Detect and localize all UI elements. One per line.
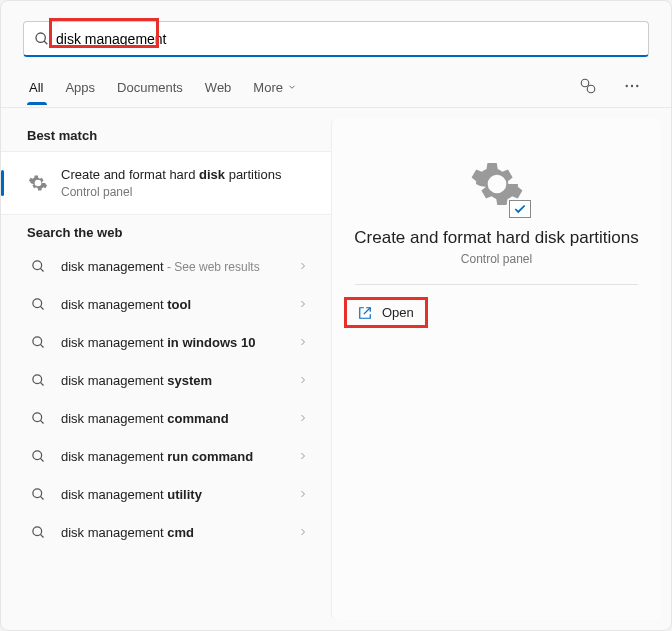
- search-across-icon[interactable]: [575, 69, 601, 107]
- svg-line-22: [40, 535, 43, 538]
- preview-title: Create and format hard disk partitions: [340, 228, 652, 248]
- web-result-text: disk management command: [61, 410, 297, 428]
- tab-web[interactable]: Web: [203, 72, 234, 105]
- chevron-right-icon: [297, 486, 309, 504]
- web-result-text: disk management utility: [61, 486, 297, 504]
- tab-more-label: More: [253, 80, 283, 95]
- web-result-text: disk management tool: [61, 296, 297, 314]
- svg-point-3: [587, 85, 595, 93]
- web-result-text: disk management run command: [61, 448, 297, 466]
- svg-line-10: [40, 307, 43, 310]
- search-icon: [27, 335, 49, 350]
- svg-point-5: [631, 85, 633, 87]
- svg-point-17: [32, 451, 41, 460]
- web-result[interactable]: disk management cmd: [1, 514, 331, 552]
- svg-line-18: [40, 459, 43, 462]
- svg-point-7: [32, 261, 41, 270]
- preview-pane: Create and format hard disk partitions C…: [331, 118, 661, 620]
- chevron-right-icon: [297, 258, 309, 276]
- svg-point-19: [32, 489, 41, 498]
- web-result[interactable]: disk management system: [1, 362, 331, 400]
- chevron-down-icon: [287, 82, 297, 92]
- svg-line-16: [40, 421, 43, 424]
- svg-point-21: [32, 527, 41, 536]
- search-icon: [27, 259, 49, 274]
- search-icon: [27, 487, 49, 502]
- web-result[interactable]: disk management tool: [1, 286, 331, 324]
- svg-point-9: [32, 299, 41, 308]
- svg-point-11: [32, 337, 41, 346]
- tab-documents[interactable]: Documents: [115, 72, 185, 105]
- web-result[interactable]: disk management in windows 10: [1, 324, 331, 362]
- chevron-right-icon: [297, 524, 309, 542]
- svg-line-8: [40, 269, 43, 272]
- search-icon: [27, 411, 49, 426]
- chevron-right-icon: [297, 296, 309, 314]
- best-match-result[interactable]: Create and format hard disk partitions C…: [1, 151, 331, 215]
- chevron-right-icon: [297, 410, 309, 428]
- chevron-right-icon: [297, 448, 309, 466]
- svg-line-14: [40, 383, 43, 386]
- search-icon: [27, 449, 49, 464]
- chevron-right-icon: [297, 372, 309, 390]
- web-result-text: disk management in windows 10: [61, 334, 297, 352]
- best-match-header: Best match: [1, 118, 331, 151]
- web-result-text: disk management system: [61, 372, 297, 390]
- preview-subtitle: Control panel: [461, 252, 532, 266]
- open-external-icon: [358, 306, 372, 320]
- web-result[interactable]: disk management - See web results: [1, 248, 331, 286]
- tab-more[interactable]: More: [251, 72, 299, 105]
- more-options-icon[interactable]: [619, 69, 645, 107]
- checkmark-badge-icon: [509, 200, 531, 218]
- divider: [355, 284, 638, 285]
- web-result-text: disk management cmd: [61, 524, 297, 542]
- chevron-right-icon: [297, 334, 309, 352]
- main-area: Best match Create and format hard disk p…: [1, 108, 671, 630]
- results-list: Best match Create and format hard disk p…: [1, 108, 331, 630]
- open-label: Open: [382, 305, 414, 320]
- preview-app-icon: [469, 156, 525, 216]
- svg-point-13: [32, 375, 41, 384]
- web-result[interactable]: disk management command: [1, 400, 331, 438]
- search-web-header: Search the web: [1, 215, 331, 248]
- open-action[interactable]: Open: [346, 299, 426, 326]
- svg-point-15: [32, 413, 41, 422]
- svg-point-4: [626, 85, 628, 87]
- svg-line-12: [40, 345, 43, 348]
- web-result[interactable]: disk management run command: [1, 438, 331, 476]
- search-input[interactable]: [50, 31, 638, 47]
- svg-line-20: [40, 497, 43, 500]
- start-search-window: All Apps Documents Web More Best match C…: [0, 0, 672, 631]
- search-icon: [34, 31, 50, 47]
- filter-tabs: All Apps Documents Web More: [1, 65, 671, 108]
- svg-point-2: [581, 79, 589, 87]
- svg-point-6: [636, 85, 638, 87]
- web-result-text: disk management - See web results: [61, 258, 297, 276]
- search-bar[interactable]: [23, 21, 649, 57]
- web-result[interactable]: disk management utility: [1, 476, 331, 514]
- search-bar-area: [1, 1, 671, 65]
- search-icon: [27, 373, 49, 388]
- best-match-text: Create and format hard disk partitions C…: [61, 166, 309, 200]
- search-icon: [27, 297, 49, 312]
- gear-icon: [27, 173, 49, 193]
- tab-apps[interactable]: Apps: [63, 72, 97, 105]
- tab-all[interactable]: All: [27, 72, 45, 105]
- svg-point-0: [36, 33, 45, 42]
- svg-line-1: [44, 41, 47, 44]
- search-icon: [27, 525, 49, 540]
